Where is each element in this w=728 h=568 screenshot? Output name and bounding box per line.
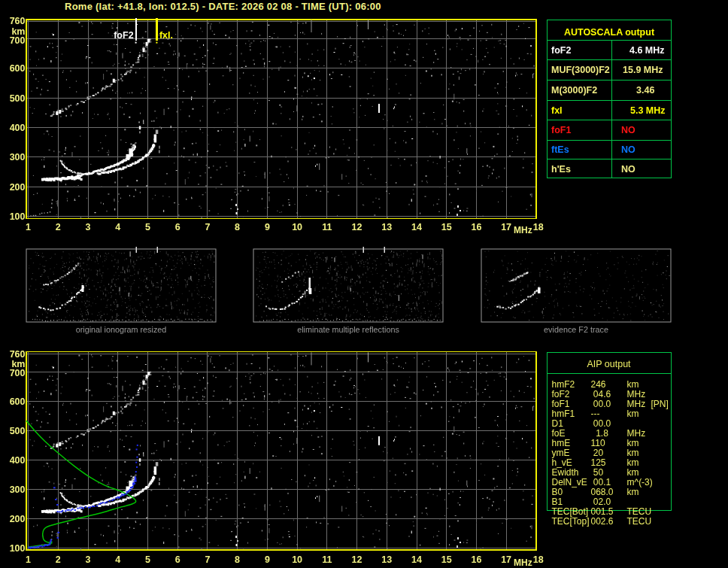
svg-text:4: 4 xyxy=(115,222,120,232)
svg-text:8: 8 xyxy=(235,222,240,232)
svg-text:300: 300 xyxy=(10,484,26,495)
svg-text:18: 18 xyxy=(533,554,544,565)
svg-text:200: 200 xyxy=(10,514,26,524)
svg-text:400: 400 xyxy=(10,455,26,466)
svg-text:400: 400 xyxy=(10,123,26,133)
svg-text:11: 11 xyxy=(322,222,332,232)
svg-text:fxI.: fxI. xyxy=(159,30,173,41)
svg-text:600: 600 xyxy=(10,396,26,407)
svg-text:17: 17 xyxy=(501,554,511,565)
svg-text:10: 10 xyxy=(292,222,302,232)
svg-text:15: 15 xyxy=(441,554,452,565)
svg-text:2: 2 xyxy=(56,222,61,232)
svg-text:1: 1 xyxy=(26,554,31,565)
svg-text:13: 13 xyxy=(381,222,392,232)
svg-text:1: 1 xyxy=(26,222,31,232)
svg-text:15: 15 xyxy=(441,222,452,232)
svg-text:11: 11 xyxy=(322,554,332,565)
svg-text:7: 7 xyxy=(205,554,210,565)
svg-text:MHz: MHz xyxy=(514,557,532,568)
svg-text:12: 12 xyxy=(352,222,362,232)
svg-text:2: 2 xyxy=(56,554,61,565)
svg-text:200: 200 xyxy=(10,182,26,193)
svg-text:12: 12 xyxy=(352,554,362,565)
svg-text:17: 17 xyxy=(501,222,511,232)
svg-text:13: 13 xyxy=(381,554,392,565)
svg-text:9: 9 xyxy=(265,222,270,232)
svg-text:700: 700 xyxy=(10,35,26,46)
svg-text:760: 760 xyxy=(10,16,26,26)
svg-text:foF2: foF2 xyxy=(114,30,133,41)
svg-text:700: 700 xyxy=(10,368,26,378)
svg-text:500: 500 xyxy=(10,93,26,104)
svg-text:3: 3 xyxy=(86,222,91,232)
svg-text:6: 6 xyxy=(175,554,180,565)
svg-text:3: 3 xyxy=(86,554,91,565)
svg-text:5: 5 xyxy=(145,222,150,232)
svg-text:7: 7 xyxy=(205,222,210,232)
svg-text:9: 9 xyxy=(265,554,270,565)
svg-text:10: 10 xyxy=(292,554,302,565)
svg-text:14: 14 xyxy=(411,554,422,565)
svg-text:4: 4 xyxy=(115,554,120,565)
svg-text:100: 100 xyxy=(10,211,26,222)
svg-text:14: 14 xyxy=(411,222,422,232)
svg-text:8: 8 xyxy=(235,554,240,565)
svg-text:500: 500 xyxy=(10,426,26,436)
svg-text:5: 5 xyxy=(145,554,150,565)
svg-text:16: 16 xyxy=(471,222,481,232)
svg-text:6: 6 xyxy=(175,222,180,232)
svg-text:300: 300 xyxy=(10,152,26,163)
svg-text:600: 600 xyxy=(10,63,26,74)
svg-text:100: 100 xyxy=(10,543,26,554)
svg-text:16: 16 xyxy=(471,554,481,565)
svg-text:MHz: MHz xyxy=(514,225,532,235)
svg-text:18: 18 xyxy=(533,222,544,232)
svg-text:760: 760 xyxy=(10,349,26,360)
